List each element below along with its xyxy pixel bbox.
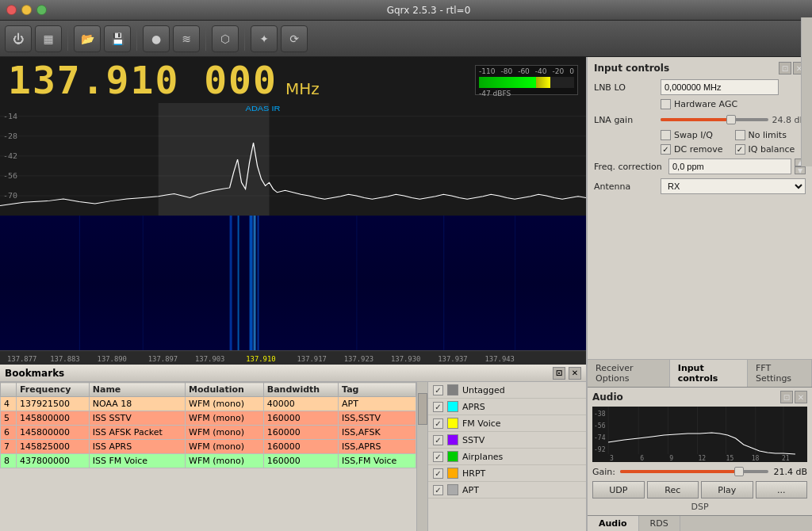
udp-button[interactable]: UDP [592,481,645,499]
svg-text:137.917: 137.917 [297,354,326,362]
tag-item[interactable]: ✓Airplanes [428,449,586,465]
bookmarks-scrollbar[interactable] [416,382,427,531]
dc-remove-checkbox[interactable]: ✓ [661,144,671,155]
antenna-row: Antenna RX [594,178,806,194]
tag-checkbox[interactable]: ✓ [433,402,443,412]
audio-buttons: UDP Rec Play ... [592,481,807,499]
iq-balance-checkbox[interactable]: ✓ [735,144,745,155]
tag-item[interactable]: ✓APRS [428,399,586,415]
svg-text:9: 9 [669,455,673,462]
tag-checkbox[interactable]: ✓ [433,452,443,462]
iq-balance-label[interactable]: ✓ IQ balance [735,144,806,155]
tab-receiver-options[interactable]: Receiver Options [588,360,670,387]
tag-checkbox[interactable]: ✓ [433,385,443,395]
cpu-button[interactable]: ▦ [35,25,62,52]
table-row[interactable]: 6145800000ISS AFSK PacketWFM (mono)16000… [1,426,416,440]
tab-input-controls[interactable]: Input controls [670,360,748,387]
lna-gain-slider[interactable] [661,113,768,126]
spectrum-area[interactable]: -14 -28 -42 -56 -70 ADAS IR [0,103,586,216]
signal-scale: -110 -80 -60 -40 -20 0 [479,67,574,75]
swap-iq-checkbox[interactable] [661,130,671,140]
table-cell: WFM (mono) [186,440,264,454]
maximize-button[interactable] [36,5,47,15]
table-row[interactable]: 8437800000ISS FM VoiceWFM (mono)160000IS… [1,454,416,468]
antenna-select[interactable]: RX [661,178,806,194]
table-row[interactable]: 4137921500NOAA 18WFM (mono)40000APT [1,397,416,411]
table-row[interactable]: 7145825000ISS APRSWFM (mono)160000ISS,AP… [1,440,416,454]
signal-dbfs: -47 dBFS [479,90,574,97]
table-row[interactable]: 5145800000ISS SSTVWFM (mono)160000ISS,SS… [1,411,416,426]
chart-button[interactable]: ≋ [173,25,200,52]
audio-close-button[interactable]: ✕ [795,391,807,403]
tag-item[interactable]: ✓APT [428,482,586,499]
swap-iq-label[interactable]: Swap I/Q [661,130,732,140]
no-limits-label[interactable]: No limits [735,130,806,140]
settings-button[interactable]: ✦ [251,25,278,52]
hardware-agc-label[interactable]: Hardware AGC [661,99,737,109]
no-limits-checkbox[interactable] [735,130,745,140]
svg-text:137.890: 137.890 [98,354,127,362]
more-button[interactable]: ... [756,481,808,499]
tab-audio[interactable]: Audio [588,516,639,531]
save-button[interactable]: 💾 [104,25,131,52]
record-button[interactable]: ● [143,25,170,52]
frequency-display[interactable]: 137.910 000 [8,58,278,102]
col-header-num [1,383,17,397]
folder-button[interactable]: 📂 [74,25,101,52]
bookmarks-undock-button[interactable]: ⊡ [553,367,565,380]
waterfall-area[interactable] [0,216,586,350]
audio-spectrum: -38 -56 -74 -92 3 6 9 12 15 18 21 [592,407,807,462]
tag-color-dot [447,418,458,429]
freq-correction-down[interactable]: ▼ [795,166,806,174]
bookmarks-table-area[interactable]: Frequency Name Modulation Bandwidth Tag … [0,382,416,531]
dc-remove-label[interactable]: ✓ DC remove [661,144,732,155]
table-cell: 437800000 [17,454,90,468]
hardware-agc-checkbox[interactable] [661,99,671,109]
network-button[interactable]: ⟳ [281,25,308,52]
tag-color-dot [447,451,458,462]
table-cell: 137921500 [17,397,90,411]
tag-item[interactable]: ✓SSTV [428,432,586,449]
audio-header-buttons: ⊡ ✕ [780,391,807,403]
bookmarks-scrollbar-thumb[interactable] [418,393,427,425]
svg-text:ADAS IR: ADAS IR [246,105,281,113]
audio-undock-button[interactable]: ⊡ [780,391,793,403]
tag-label: APRS [462,402,485,412]
table-cell: ISS FM Voice [89,454,185,468]
close-button[interactable] [6,5,17,15]
tag-checkbox[interactable]: ✓ [433,435,443,445]
table-cell: 4 [1,397,17,411]
tag-checkbox[interactable]: ✓ [433,468,443,479]
svg-text:137.910: 137.910 [246,354,275,362]
svg-text:21: 21 [782,455,790,462]
lnb-lo-input[interactable] [661,79,779,95]
audio-gain-row: Gain: 21.4 dB [592,465,807,478]
input-controls-section: Input controls ⊡ ✕ LNB LO Hardware AGC [588,57,812,359]
rec-button[interactable]: Rec [647,481,699,499]
col-header-name: Name [89,383,185,397]
tag-checkbox[interactable]: ✓ [433,485,443,495]
svg-text:137.883: 137.883 [50,354,79,362]
remote-button[interactable]: ⬡ [212,25,239,52]
dc-remove-row: ✓ DC remove ✓ IQ balance [594,144,806,155]
power-button[interactable]: ⏻ [5,25,32,52]
tag-checkbox[interactable]: ✓ [433,418,443,429]
tag-item[interactable]: ✓Untagged [428,382,586,399]
bookmarks-close-button[interactable]: ✕ [569,367,581,380]
audio-spectrum-canvas: -38 -56 -74 -92 3 6 9 12 15 18 21 [592,407,807,462]
tab-rds[interactable]: RDS [639,516,680,531]
tag-item[interactable]: ✓HRPT [428,465,586,482]
tab-fft-settings[interactable]: FFT Settings [748,360,812,387]
table-cell: WFM (mono) [186,454,264,468]
tag-item[interactable]: ✓FM Voice [428,415,586,432]
freq-correction-input[interactable] [668,159,791,174]
input-controls-undock[interactable]: ⊡ [779,62,791,74]
play-button[interactable]: Play [701,481,753,499]
lnb-lo-row: LNB LO [594,79,806,95]
col-header-modulation: Modulation [186,383,264,397]
toolbar-separator2 [136,27,137,51]
minimize-button[interactable] [21,5,32,15]
table-cell: ISS SSTV [89,411,185,426]
bottom-tab-bar: Audio RDS [588,515,812,531]
audio-gain-slider[interactable] [620,465,768,478]
